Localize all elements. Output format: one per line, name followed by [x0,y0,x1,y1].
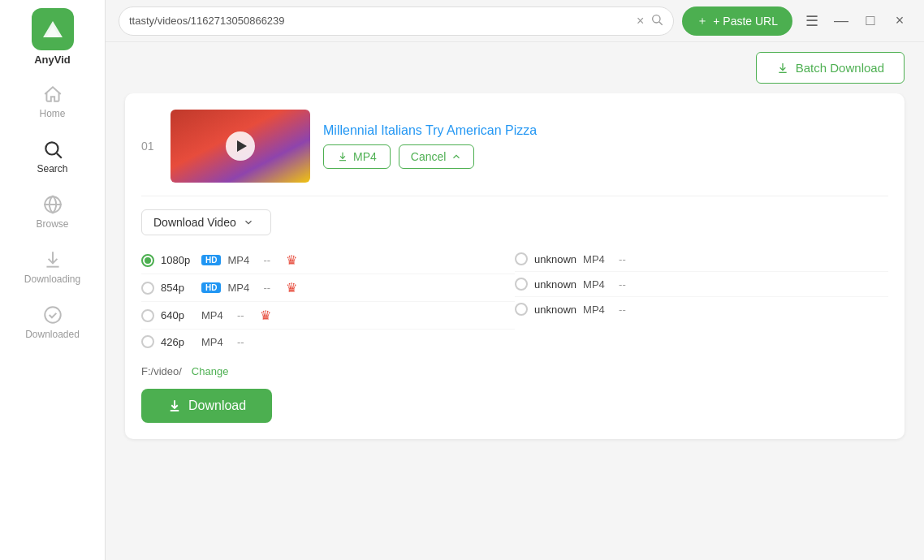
close-button[interactable]: × [888,10,911,32]
cancel-label: Cancel [411,150,447,163]
video-actions: MP4 Cancel [323,144,537,169]
sidebar-item-home[interactable]: Home [0,74,105,129]
radio-854[interactable] [141,282,154,295]
paste-url-button[interactable]: ＋ + Paste URL [682,6,792,36]
hd-badge-1080: HD [201,255,221,265]
batch-download-label: Batch Download [796,61,884,75]
quality-row-unknown-2: unknown MP4 -- [515,272,888,297]
app-logo [32,8,74,50]
sidebar-item-search[interactable]: Search [0,129,105,184]
play-button[interactable] [226,131,255,161]
cancel-chevron-icon [451,151,462,162]
home-label: Home [39,108,65,119]
dropdown-chevron-icon [243,217,254,228]
minimize-button[interactable]: — [830,10,853,32]
download-button[interactable]: Download [141,389,272,423]
batch-download-icon [776,62,789,75]
titlebar: ttasty/videos/1162713050866239 × ＋ + Pas… [106,0,924,42]
paste-url-icon: ＋ [697,14,708,28]
quality-row-426: 426p MP4 -- [141,330,515,354]
quality-grid: 1080p HD MP4 -- ♛ 854p HD MP4 -- [141,247,888,354]
window-controls: ☰ — □ × [801,10,911,32]
res-426: 426p [161,336,195,348]
app-name: AnyVid [34,54,71,66]
url-text: ttasty/videos/1162713050866239 [129,15,630,27]
save-path-row: F:/video/ Change [141,365,888,377]
downloaded-label: Downloaded [25,329,80,340]
cancel-button[interactable]: Cancel [399,144,475,169]
format-unknown-2: MP4 [583,278,612,291]
radio-1080[interactable] [141,254,154,267]
radio-unknown-1[interactable] [515,252,528,265]
radio-unknown-3[interactable] [515,303,528,316]
maximize-button[interactable]: □ [859,10,882,32]
download-type-label: Download Video [153,216,236,229]
batch-area: Batch Download [106,42,924,93]
format-unknown-3: MP4 [583,304,612,316]
res-unknown-1: unknown [534,253,576,265]
paste-url-label: + Paste URL [713,15,778,28]
quality-right-col: unknown MP4 -- unknown MP4 -- unkn [515,247,888,354]
quality-row-854: 854p HD MP4 -- ♛ [141,274,515,302]
browse-icon [42,194,63,215]
quality-row-unknown-3: unknown MP4 -- [515,297,888,321]
res-854: 854p [161,282,195,294]
crown-icon-640: ♛ [260,308,271,323]
sidebar: AnyVid Home Search Browse Downloading [0,0,106,560]
dash-426: -- [237,336,253,348]
res-640: 640p [161,309,195,321]
sidebar-item-browse[interactable]: Browse [0,184,105,239]
format-854: MP4 [227,282,257,294]
search-icon [42,139,63,160]
res-unknown-3: unknown [534,304,576,316]
svg-point-3 [45,307,61,323]
dash-640: -- [237,309,253,321]
quality-row-unknown-1: unknown MP4 -- [515,247,888,272]
search-label: Search [37,163,67,174]
change-path-link[interactable]: Change [192,365,229,377]
url-clear-button[interactable]: × [637,15,644,28]
crown-icon-854: ♛ [286,280,297,295]
url-search-icon [650,13,663,29]
radio-426[interactable] [141,335,154,348]
radio-unknown-2[interactable] [515,278,528,291]
radio-640[interactable] [141,309,154,322]
svg-point-4 [653,15,660,22]
batch-download-button[interactable]: Batch Download [756,52,905,84]
video-info: Millennial Italians Try American Pizza M… [323,123,537,169]
downloading-label: Downloading [24,274,80,285]
main-area: ttasty/videos/1162713050866239 × ＋ + Pas… [106,0,924,560]
hd-badge-854: HD [201,282,221,293]
menu-button[interactable]: ☰ [801,10,823,32]
dash-unknown-1: -- [619,253,635,265]
download-icon [167,398,182,413]
mp4-label: MP4 [353,150,377,163]
mp4-download-icon [337,151,348,162]
crown-icon-1080: ♛ [286,252,297,268]
dash-854: -- [263,282,279,294]
url-bar: ttasty/videos/1162713050866239 × [119,6,674,36]
video-title: Millennial Italians Try American Pizza [323,123,537,138]
video-header: 01 Millennial Italians Try American Pizz… [141,110,888,183]
quality-row-640: 640p MP4 -- ♛ [141,302,515,330]
video-index: 01 [141,140,158,153]
res-1080: 1080p [161,254,195,266]
download-options: Download Video 1080p HD MP4 [141,196,888,423]
sidebar-item-downloading[interactable]: Downloading [0,239,105,295]
format-1080: MP4 [227,254,257,266]
format-unknown-1: MP4 [583,253,612,265]
svg-line-1 [56,153,61,158]
downloading-icon [42,249,63,270]
dash-unknown-2: -- [619,278,635,291]
download-type-dropdown[interactable]: Download Video [141,209,271,235]
download-type-row: Download Video [141,209,888,235]
sidebar-item-downloaded[interactable]: Downloaded [0,295,105,350]
svg-point-0 [45,142,58,154]
video-thumbnail[interactable] [171,110,310,183]
content-area: 01 Millennial Italians Try American Pizz… [106,93,924,560]
browse-label: Browse [36,218,68,230]
quality-left-col: 1080p HD MP4 -- ♛ 854p HD MP4 -- [141,247,515,354]
mp4-button[interactable]: MP4 [323,144,391,169]
downloaded-icon [42,304,63,325]
format-640: MP4 [201,309,231,321]
